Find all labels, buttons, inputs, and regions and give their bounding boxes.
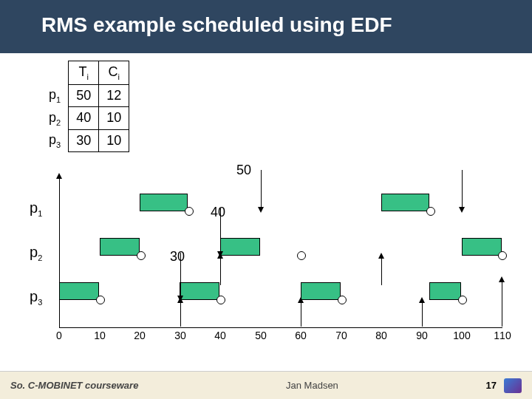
deadline-mark-icon (185, 207, 194, 216)
release-arrow-icon (462, 170, 463, 207)
page-number: 17 (486, 380, 497, 391)
up-arrow-icon (502, 282, 502, 327)
up-arrow-icon (220, 259, 221, 285)
slide-body: Ti Ci p1 50 12 p2 40 10 p3 30 10 p1 p2 p… (0, 53, 532, 371)
deadline-mark-icon (96, 296, 105, 304)
row-label-p1: p1 (41, 84, 69, 107)
bar-p1-2 (381, 194, 429, 211)
row-label-p2: p2 (41, 107, 69, 130)
release-arrow-icon (180, 253, 181, 296)
bar-p3-4 (429, 282, 461, 300)
deadline-mark-icon (338, 296, 347, 304)
footer-right: 17 (486, 378, 522, 393)
deadline-mark-icon (498, 251, 507, 260)
cell-p2-T: 40 (69, 107, 99, 130)
task-table: Ti Ci p1 50 12 p2 40 10 p3 30 10 (41, 61, 129, 152)
tick: 90 (416, 330, 428, 341)
tick: 10 (94, 330, 106, 341)
bar-p3-3 (301, 282, 341, 300)
period-label-50: 50 (236, 163, 251, 178)
col-header-T: Ti (69, 61, 99, 85)
tick: 30 (174, 330, 186, 341)
footer-courseware: So. C-MOBINET courseware (10, 380, 138, 391)
page-title: RMS example scheduled using EDF (41, 13, 532, 37)
tick: 80 (375, 330, 387, 341)
cell-p3-T: 30 (69, 129, 99, 152)
deadline-mark-icon (426, 207, 435, 216)
tick: 20 (134, 330, 146, 341)
slide-header: RMS example scheduled using EDF (0, 0, 532, 53)
tick: 110 (494, 330, 511, 341)
bar-p3-1 (59, 282, 99, 300)
bar-p1-1 (140, 194, 188, 211)
tick: 70 (335, 330, 347, 341)
up-arrow-icon (180, 303, 181, 327)
tick: 0 (56, 330, 62, 341)
period-label-40: 40 (211, 205, 225, 220)
bar-p2-2 (220, 238, 260, 256)
bar-p2-3 (462, 238, 502, 256)
deadline-mark-icon (458, 296, 467, 304)
ist-logo-icon (504, 378, 522, 393)
y-axis-arrow-icon (59, 179, 60, 328)
lane-label-p3: p3 (30, 288, 42, 307)
deadline-mark-icon (137, 251, 146, 260)
tick: 40 (214, 330, 226, 341)
period-label-30: 30 (170, 249, 185, 265)
col-header-C: Ci (99, 61, 129, 85)
tick: 100 (453, 330, 470, 341)
up-arrow-icon (422, 303, 423, 327)
release-arrow-icon (220, 208, 221, 251)
lane-label-p1: p1 (30, 200, 42, 218)
footer-author: Jan Madsen (286, 380, 338, 391)
tick: 60 (295, 330, 307, 341)
release-arrow-icon (261, 170, 262, 207)
bar-p2-1 (100, 238, 140, 256)
up-arrow-icon (381, 259, 382, 285)
schedule-chart: p1 p2 p3 50 40 30 (30, 179, 502, 341)
cell-p3-C: 10 (99, 129, 129, 152)
cell-p1-C: 12 (99, 84, 129, 107)
slide-footer: So. C-MOBINET courseware Jan Madsen 17 (0, 371, 532, 399)
deadline-mark-icon (216, 296, 225, 304)
tick: 50 (255, 330, 267, 341)
lane-label-p2: p2 (30, 244, 42, 262)
blank-cell (41, 61, 69, 85)
cell-p1-T: 50 (69, 84, 99, 107)
deadline-mark-icon (297, 251, 306, 260)
bar-p3-2 (180, 282, 219, 300)
cell-p2-C: 10 (99, 107, 129, 130)
row-label-p3: p3 (41, 129, 69, 152)
up-arrow-icon (301, 303, 301, 327)
x-axis (59, 327, 502, 328)
